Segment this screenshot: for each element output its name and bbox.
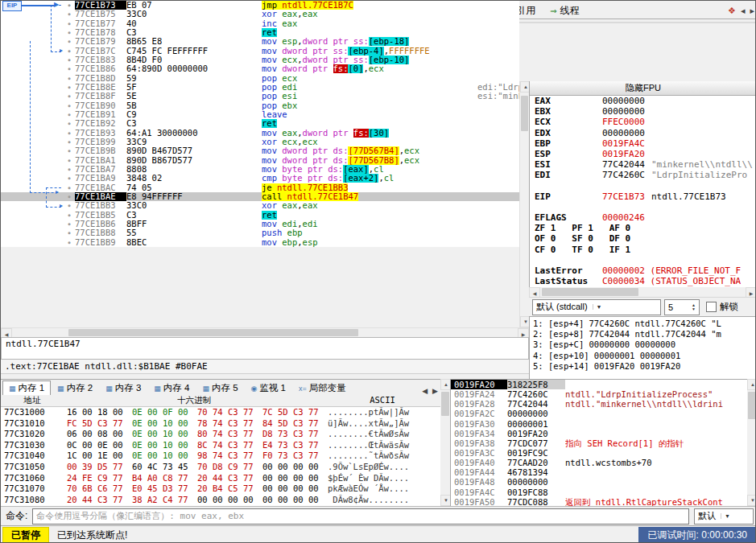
dump-tab-locals[interactable]: x=局部变量 (292, 381, 353, 395)
breakpoint-dot[interactable]: ● (64, 174, 75, 183)
breakpoint-dot[interactable]: ● (64, 28, 75, 37)
register-row[interactable]: EDX00000000 (530, 128, 756, 138)
stack-row[interactable]: 0019FA4C0019FC88 (451, 487, 747, 497)
breakpoint-dot[interactable]: ● (64, 101, 75, 110)
register-row[interactable]: ECXFFEC0000 (530, 117, 756, 127)
dump-tab-scroll-right-icon[interactable]: ▶ (430, 387, 440, 395)
dump-tab-memory-4[interactable]: ▦内存 4 (147, 381, 196, 395)
stack-row[interactable]: 0019FA3C0019FC9C (451, 448, 747, 458)
register-row[interactable]: EBP0019FA4C (530, 138, 756, 149)
dump-tab-memory-1[interactable]: ▦内存 1 (2, 381, 51, 395)
breakpoint-dot[interactable]: ● (64, 138, 75, 146)
register-row[interactable]: EIP77CE1B73ntdll.77CE1B73 (530, 191, 756, 202)
tab-scroll-right-icon[interactable]: ▸ (750, 6, 754, 16)
breakpoint-dot[interactable]: ● (64, 19, 75, 28)
stack-row[interactable]: 0019FA20318225F8 (451, 380, 747, 389)
disasm-row[interactable]: ●77CE1B798B65 E8mov esp,dword ptr ss:[eb… (1, 37, 519, 46)
breakpoint-dot[interactable]: ● (64, 201, 75, 210)
scroll-thumb[interactable] (441, 392, 449, 416)
breakpoint-dot[interactable]: ● (64, 92, 75, 101)
breakpoint-dot[interactable]: ● (64, 64, 75, 73)
dump-row[interactable]: 77C3108020 44 C3 7738 A2 C4 7700 00 00 0… (1, 495, 440, 506)
arg-row[interactable]: 5: [esp+14] 0019FA20 0019FA20 (530, 361, 756, 372)
stack-row[interactable]: 0019FA2477C4260Cntdll."LdrpInitializePro… (451, 389, 747, 399)
tab-scroll-left-icon[interactable]: ◂ (741, 6, 746, 16)
breakpoint-dot[interactable]: ● (64, 37, 75, 46)
plugin-icon[interactable]: ❖ (728, 6, 736, 16)
scroll-thumb[interactable] (68, 329, 358, 336)
arg-row[interactable]: 1: [esp+4] 77C4260C ntdll.77C4260C "L (530, 319, 756, 329)
breakpoint-dot[interactable]: ● (64, 83, 75, 92)
dump-row[interactable]: 77C31010FC 5D C3 770E 00 10 0078 74 C3 7… (1, 418, 440, 430)
dump-tab-memory-2[interactable]: ▦内存 2 (51, 381, 99, 395)
disasm-row[interactable]: ●77CE1B8664:890D 00000000mov dword ptr f… (1, 64, 519, 73)
stack-vertical-scrollbar[interactable]: ▲ ▼ (747, 379, 756, 506)
stack-row[interactable]: 0019FA3877CDC077指向 SEH_Record[1] 的指针 (451, 438, 747, 448)
stack-row[interactable]: 0019FA3000000001 (451, 419, 747, 429)
disasm-row[interactable]: ●77CE1BB333C0xor eax,eax (1, 201, 519, 210)
dump-row[interactable]: 77C3106024 FE C9 77B4 A0 C8 7720 44 C3 7… (1, 473, 440, 484)
register-row[interactable]: LastError00000002 (ERROR_FILE_NOT_F (530, 265, 756, 276)
command-profile-select[interactable]: 默认 ▼ (694, 508, 754, 524)
breakpoint-dot[interactable]: ● (64, 220, 75, 228)
breakpoint-dot[interactable]: ● (64, 156, 75, 165)
dump-tab-memory-5[interactable]: ▦内存 5 (196, 381, 244, 395)
dump-row[interactable]: 77C310401C 00 1E 000E 00 10 0098 74 C3 7… (1, 450, 440, 462)
scroll-down-button[interactable]: ▼ (747, 495, 756, 506)
disasm-row[interactable]: ●77CE1B9B890D B467D577mov dword ptr ds:[… (1, 146, 519, 155)
stack-row[interactable]: 0019FA2C00000000 (451, 409, 747, 418)
arg-row[interactable]: 4: [esp+10] 00000001 00000001 (530, 351, 756, 361)
disasm-row[interactable]: ●77CE1B8F5Epop esiesi:"minkernel\\ntd (1, 92, 519, 101)
breakpoint-dot[interactable]: ● (64, 110, 75, 119)
register-row[interactable]: ESP0019FA20 (530, 149, 756, 159)
breakpoint-dot[interactable]: ● (64, 119, 75, 128)
breakpoint-dot[interactable]: ● (64, 47, 75, 56)
dump-row[interactable]: 77C3107070 6B C6 77E0 45 D3 7720 B4 C5 7… (1, 483, 440, 495)
register-row[interactable]: EFLAGS00000246 (530, 212, 756, 223)
breakpoint-dot[interactable]: ● (64, 10, 75, 19)
scroll-track[interactable] (12, 328, 518, 337)
scroll-track[interactable] (747, 390, 756, 495)
arg-row[interactable]: 3: [esp+C] 00000000 00000000 (530, 339, 756, 350)
argument-count-stepper[interactable]: 5 ▲▼ (664, 299, 700, 315)
dump-row[interactable]: 77C310300C 00 0E 000E 00 10 008C 74 C3 7… (1, 440, 440, 451)
breakpoint-dot[interactable]: ● (64, 192, 75, 201)
dump-row[interactable]: 77C3105000 39 D5 7760 4C 73 4570 D8 C9 7… (1, 462, 440, 473)
scroll-thumb[interactable] (521, 96, 528, 131)
stack-row[interactable]: 0019FA4446781394 (451, 467, 747, 477)
breakpoint-dot[interactable]: ● (64, 183, 75, 192)
flags-row[interactable]: OF 0 SF 0 DF 0 (530, 233, 756, 244)
scroll-track[interactable] (520, 93, 529, 316)
command-input[interactable] (32, 508, 689, 524)
disasm-row[interactable]: ●77CE1B92C3ret (1, 119, 519, 128)
breakpoint-dot[interactable]: ● (64, 211, 75, 220)
arg-row[interactable]: 2: [esp+8] 77C42044 ntdll.77C42044 "m (530, 329, 756, 339)
register-row[interactable]: EAX00000000 (530, 96, 756, 106)
hide-fpu-button[interactable]: 隐藏FPU (530, 81, 756, 96)
breakpoint-dot[interactable]: ● (64, 56, 75, 64)
breakpoint-dot[interactable]: ● (64, 74, 75, 83)
registers-horizontal-scrollbar[interactable]: ◀ ▶ (529, 287, 756, 297)
scroll-thumb[interactable] (542, 288, 638, 296)
unlock-checkbox[interactable] (706, 302, 717, 312)
dump-tab-watch-1[interactable]: ◉监视 1 (245, 381, 292, 395)
flags-row[interactable]: CF 0 TF 0 IF 1 (530, 245, 756, 255)
breakpoint-dot[interactable]: ● (64, 1, 75, 10)
scroll-track[interactable] (540, 287, 746, 297)
dump-vertical-scrollbar[interactable]: ▲ ▼ (440, 379, 450, 506)
scroll-up-button[interactable]: ▲ (747, 379, 756, 390)
flags-row[interactable]: ZF 1 PF 1 AF 0 (530, 223, 756, 233)
dump-row[interactable]: 77C3100016 00 18 000E 00 0F 0070 74 C3 7… (1, 407, 440, 418)
breakpoint-dot[interactable]: ● (64, 165, 75, 174)
breakpoint-dot[interactable]: ● (64, 228, 75, 237)
scroll-track[interactable] (440, 390, 450, 495)
stack-row[interactable]: 0019FA2877C42044ntdll."minkernel\\ntdll\… (451, 399, 747, 409)
register-row[interactable]: ESI77C42044"minkernel\\ntdll\\ (530, 159, 756, 170)
disasm-vertical-scrollbar[interactable]: ▲ ▼ (519, 81, 529, 327)
dump-tab-scroll-left-icon[interactable]: ◀ (419, 387, 430, 395)
disasm-row[interactable]: ●77CE1B7533C0xor eax,eax (1, 10, 519, 19)
dump-tab-memory-3[interactable]: ▦内存 3 (99, 381, 147, 395)
scroll-thumb[interactable] (748, 392, 756, 419)
stack-row[interactable]: 0019FA4077CAAD20ntdll.wcstombs+70 (451, 458, 747, 467)
breakpoint-dot[interactable]: ● (64, 238, 75, 247)
